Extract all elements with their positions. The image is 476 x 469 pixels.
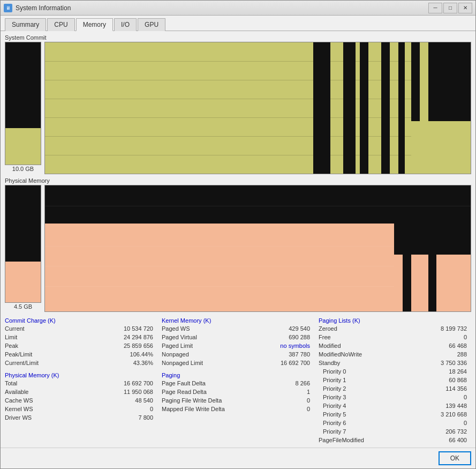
priority3-row: Priority 3 0 (319, 393, 467, 401)
phys-cachews-label: Cache WS (5, 397, 33, 405)
modified-value: 66 468 (429, 342, 467, 350)
phys-driverws-row: Driver WS 7 800 (5, 414, 153, 422)
phys-cachews-row: Cache WS 48 540 (5, 397, 153, 405)
maximize-button[interactable]: □ (443, 3, 457, 13)
mapped-file-write-value: 0 (273, 405, 310, 413)
paging-file-write-label: Paging File Write Delta (162, 397, 222, 405)
physical-memory-main-chart (44, 185, 471, 312)
nonpaged-limit-value: 16 692 700 (273, 359, 310, 367)
modified-nowrite-label: ModifiedNoWrite (319, 351, 362, 359)
free-row: Free 0 (319, 333, 467, 341)
priority4-row: Priority 4 139 448 (319, 402, 467, 410)
commit-limit-value: 24 294 876 (116, 333, 153, 341)
priority7-label: Priority 7 (319, 428, 346, 436)
zeroed-label: Zeroed (319, 325, 337, 333)
system-commit-label: System Commit (5, 34, 471, 41)
tab-gpu[interactable]: GPU (138, 18, 165, 31)
system-commit-value: 10.0 GB (12, 166, 34, 172)
priority6-value: 0 (429, 419, 467, 427)
pagefilemodified-label: PageFileModified (319, 436, 364, 444)
modified-nowrite-row: ModifiedNoWrite 288 (319, 351, 467, 359)
priority3-value: 0 (429, 393, 467, 401)
commit-peaklimit-label: Peak/Limit (5, 351, 32, 359)
tab-io[interactable]: I/O (114, 18, 137, 31)
free-value: 0 (429, 333, 467, 341)
system-commit-main-chart (44, 42, 471, 174)
priority7-row: Priority 7 206 732 (319, 428, 467, 436)
system-commit-charts: 10.0 GB (5, 42, 471, 174)
window-controls: ─ □ ✕ (428, 3, 472, 13)
phys-kernelws-row: Kernel WS 0 (5, 405, 153, 413)
stats-col-2: Kernel Memory (K) Paged WS 429 540 Paged… (157, 317, 314, 445)
paged-ws-row: Paged WS 429 540 (162, 325, 310, 333)
minimize-button[interactable]: ─ (428, 3, 442, 13)
tab-bar: Summary CPU Memory I/O GPU (1, 16, 475, 31)
mapped-file-write-row: Mapped File Write Delta 0 (162, 405, 310, 413)
title-bar: 🖥 System Information ─ □ ✕ (1, 1, 475, 16)
standby-value: 3 750 336 (429, 359, 467, 367)
stats-col-3: Paging Lists (K) Zeroed 8 199 732 Free 0… (314, 317, 471, 445)
phys-kernelws-value: 0 (116, 405, 153, 413)
paged-virtual-label: Paged Virtual (162, 333, 197, 341)
commit-peak-label: Peak (5, 342, 18, 350)
priority2-value: 114 356 (429, 385, 467, 393)
commit-peaklimit-row: Peak/Limit 106.44% (5, 351, 153, 359)
phys-driverws-value: 7 800 (116, 414, 153, 422)
nonpaged-row: Nonpaged 387 780 (162, 351, 310, 359)
priority7-value: 206 732 (429, 428, 467, 436)
phys-driverws-label: Driver WS (5, 414, 32, 422)
main-window: 🖥 System Information ─ □ ✕ Summary CPU M… (0, 0, 476, 469)
standby-row: Standby 3 750 336 (319, 359, 467, 367)
window-title: System Information (16, 4, 428, 12)
pagefilemodified-row: PageFileModified 66 400 (319, 436, 467, 444)
ok-button[interactable]: OK (439, 451, 471, 465)
tab-summary[interactable]: Summary (5, 18, 46, 31)
commit-peaklimit-value: 106.44% (116, 351, 153, 359)
tab-cpu[interactable]: CPU (47, 18, 74, 31)
close-button[interactable]: ✕ (458, 3, 472, 13)
priority4-label: Priority 4 (319, 402, 346, 410)
priority3-label: Priority 3 (319, 393, 346, 401)
phys-available-value: 11 950 068 (116, 388, 153, 396)
nonpaged-limit-row: Nonpaged Limit 16 692 700 (162, 359, 310, 367)
phys-available-label: Available (5, 388, 28, 396)
system-commit-section: System Commit 10.0 GB (5, 34, 471, 176)
priority2-label: Priority 2 (319, 385, 346, 393)
modified-nowrite-value: 288 (429, 351, 467, 359)
stats-section: Commit Charge (K) Current 10 534 720 Lim… (5, 317, 471, 445)
priority2-row: Priority 2 114 356 (319, 385, 467, 393)
priority6-row: Priority 6 0 (319, 419, 467, 427)
physical-memory-section: Physical Memory 4.5 GB (5, 177, 471, 314)
paged-virtual-row: Paged Virtual 690 288 (162, 333, 310, 341)
physical-memory-value: 4.5 GB (14, 303, 32, 310)
phys-available-row: Available 11 950 068 (5, 388, 153, 396)
stats-col-1: Commit Charge (K) Current 10 534 720 Lim… (5, 317, 157, 445)
physical-memory-label: Physical Memory (5, 177, 471, 184)
nonpaged-limit-label: Nonpaged Limit (162, 359, 203, 367)
phys-total-value: 16 692 700 (116, 379, 153, 388)
nonpaged-label: Nonpaged (162, 351, 189, 359)
commit-currentlimit-label: Current/Limit (5, 359, 39, 367)
app-icon: 🖥 (4, 4, 12, 12)
phys-cachews-value: 48 540 (116, 397, 153, 405)
paging-file-write-row: Paging File Write Delta 0 (162, 397, 310, 405)
commit-limit-row: Limit 24 294 876 (5, 333, 153, 341)
paged-limit-label: Paged Limit (162, 342, 193, 350)
paging-title: Paging (162, 372, 310, 378)
nonpaged-value: 387 780 (273, 351, 310, 359)
priority6-label: Priority 6 (319, 419, 346, 427)
paged-ws-label: Paged WS (162, 325, 190, 333)
page-read-delta-value: 1 (273, 388, 310, 396)
phys-total-label: Total (5, 379, 17, 388)
tab-memory[interactable]: Memory (76, 18, 113, 31)
commit-peak-row: Peak 25 859 656 (5, 342, 153, 350)
standby-label: Standby (319, 359, 340, 367)
commit-limit-label: Limit (5, 333, 17, 341)
physical-memory-charts: 4.5 GB (5, 185, 471, 312)
main-content: System Commit 10.0 GB (1, 31, 475, 448)
paged-virtual-value: 690 288 (273, 333, 310, 341)
commit-current-value: 10 534 720 (116, 325, 153, 333)
paging-file-write-value: 0 (273, 397, 310, 405)
page-read-delta-label: Page Read Delta (162, 388, 207, 396)
physical-memory-mini-chart (5, 185, 41, 303)
